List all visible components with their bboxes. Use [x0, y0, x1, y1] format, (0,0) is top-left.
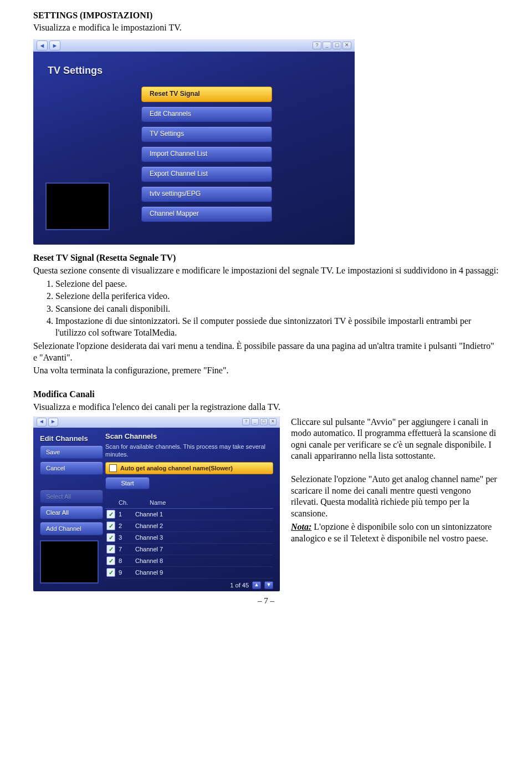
table-row[interactable]: ✓ 3 Channel 3	[105, 532, 273, 544]
scan-heading: Scan Channels	[105, 432, 273, 442]
menu-item-import-channel-list[interactable]: Import Channel List	[141, 146, 272, 162]
maximize-icon[interactable]: ▢	[332, 42, 341, 49]
auto-get-analog-option[interactable]: Auto get analog channel name(Slower)	[105, 462, 273, 474]
reset-p2: Selezionate l'opzione desiderata dai var…	[33, 341, 499, 363]
table-row[interactable]: ✓ 9 Channel 9	[105, 567, 273, 579]
mod-r1: Cliccare sul pulsante "Avvio" per aggiun…	[291, 417, 499, 462]
channel-name: Channel 7	[135, 545, 273, 553]
preview-video-box	[40, 540, 99, 584]
clear-all-button[interactable]: Clear All	[40, 506, 103, 519]
checkbox-icon[interactable]: ✓	[106, 556, 115, 565]
reset-heading: Reset TV Signal (Resetta Segnale TV)	[33, 253, 176, 262]
forward-icon[interactable]: ►	[49, 40, 60, 50]
nav-icons: ◄ ►	[37, 40, 60, 50]
start-button[interactable]: Start	[105, 477, 150, 489]
add-channel-button[interactable]: Add Channel	[40, 522, 103, 535]
close-icon[interactable]: ✕	[342, 42, 351, 49]
checkbox-icon[interactable]: ✓	[106, 568, 115, 577]
channel-list-header: Ch. Name	[105, 497, 273, 509]
pager-down-button[interactable]: ▼	[264, 581, 273, 589]
tv-settings-screenshot: ◄ ► ? _ ▢ ✕ TV Settings Reset TV Signal …	[33, 39, 355, 245]
modifica-right-text: Cliccare sul pulsante "Avvio" per aggiun…	[291, 417, 499, 547]
channel-name: Channel 3	[135, 534, 273, 541]
channel-number: 1	[119, 510, 135, 518]
minimize-icon[interactable]: _	[251, 418, 259, 425]
pager-up-button[interactable]: ▲	[252, 581, 261, 589]
table-row[interactable]: ✓ 7 Channel 7	[105, 544, 273, 555]
channel-number: 3	[119, 534, 135, 541]
channel-name: Channel 2	[135, 522, 273, 530]
checkbox-icon[interactable]	[109, 464, 117, 472]
side-buttons: Save Cancel Select All Clear All Add Cha…	[40, 445, 96, 538]
channel-name: Channel 8	[135, 557, 273, 565]
menu-item-export-channel-list[interactable]: Export Channel List	[141, 166, 272, 182]
page-subtitle: Visualizza e modifica le impostazioni TV…	[33, 22, 499, 33]
maximize-icon[interactable]: ▢	[260, 418, 268, 425]
menu-item-tv-settings[interactable]: TV Settings	[141, 126, 272, 142]
step-2: Selezione della periferica video.	[55, 291, 499, 302]
modifica-heading: Modifica Canali	[33, 389, 95, 399]
help-icon[interactable]: ?	[242, 418, 250, 425]
checkbox-icon[interactable]: ✓	[106, 545, 115, 554]
tv-settings-menu: Reset TV Signal Edit Channels TV Setting…	[141, 87, 263, 226]
menu-item-tvtv-settings-epg[interactable]: tvtv settings/EPG	[141, 186, 272, 202]
reset-p3: Una volta terminata la configurazione, p…	[33, 365, 499, 376]
window-titlebar: ◄ ► ? _ ▢ ✕	[33, 39, 355, 52]
step-3: Scansione dei canali disponibili.	[55, 303, 499, 315]
channel-name: Channel 9	[135, 569, 273, 576]
menu-item-channel-mapper[interactable]: Channel Mapper	[141, 206, 272, 222]
step-4: Impostazione di due sintonizzatori. Se i…	[55, 316, 499, 338]
channel-number: 2	[119, 522, 135, 530]
modifica-sub: Visualizza e modifica l'elenco dei canal…	[33, 402, 499, 413]
select-all-button[interactable]: Select All	[40, 490, 103, 503]
mod-r2a: Selezionate l'opzione "Auto get analog c…	[291, 474, 497, 518]
col-ch: Ch.	[105, 499, 150, 506]
window-buttons: ? _ ▢ ✕	[242, 418, 277, 425]
close-icon[interactable]: ✕	[269, 418, 277, 425]
table-row[interactable]: ✓ 1 Channel 1	[105, 509, 273, 520]
save-button[interactable]: Save	[40, 445, 103, 459]
cancel-button[interactable]: Cancel	[40, 462, 103, 475]
pager-label: 1 of 45	[230, 581, 249, 589]
reset-p1: Questa sezione consente di visualizzare …	[33, 265, 499, 276]
mod-r2b: L'opzione è disponibile solo con un sint…	[291, 522, 492, 542]
menu-item-edit-channels[interactable]: Edit Channels	[141, 106, 272, 122]
window-buttons: ? _ ▢ ✕	[313, 42, 351, 49]
preview-video-box	[45, 182, 110, 230]
col-name: Name	[150, 499, 273, 506]
checkbox-icon[interactable]: ✓	[106, 521, 115, 530]
menu-item-reset-tv-signal[interactable]: Reset TV Signal	[141, 87, 272, 102]
page-number: – 7 –	[33, 596, 499, 606]
steps-list: Selezione del paese. Selezione della per…	[33, 278, 499, 338]
table-row[interactable]: ✓ 8 Channel 8	[105, 555, 273, 567]
window-titlebar: ◄ ► ? _ ▢ ✕	[33, 417, 280, 428]
page-title: SETTINGS (IMPOSTAZIONI)	[33, 10, 499, 21]
channel-name: Channel 1	[135, 510, 273, 518]
minimize-icon[interactable]: _	[323, 42, 331, 49]
edit-channels-screenshot: ◄ ► ? _ ▢ ✕ Edit Channels Save Cancel Se…	[33, 417, 280, 591]
help-icon[interactable]: ?	[313, 42, 321, 49]
table-row[interactable]: ✓ 2 Channel 2	[105, 520, 273, 532]
nav-icons: ◄ ►	[37, 418, 58, 427]
edit-channels-heading: Edit Channels	[40, 434, 88, 444]
channel-number: 7	[119, 545, 135, 553]
tv-settings-heading: TV Settings	[48, 64, 103, 77]
checkbox-icon[interactable]: ✓	[106, 510, 115, 519]
channel-number: 8	[119, 557, 135, 565]
checkbox-icon[interactable]: ✓	[106, 533, 115, 542]
channel-rows: ✓ 1 Channel 1 ✓ 2 Channel 2 ✓ 3 Channel …	[105, 509, 273, 579]
scan-panel: Scan Channels Scan for available channel…	[105, 432, 273, 585]
back-icon[interactable]: ◄	[37, 418, 47, 427]
back-icon[interactable]: ◄	[37, 40, 48, 50]
auto-get-analog-label: Auto get analog channel name(Slower)	[120, 464, 233, 472]
channel-number: 9	[119, 569, 135, 576]
pager: 1 of 45 ▲ ▼	[105, 581, 273, 589]
scan-desc: Scan for available channels. This proces…	[105, 443, 273, 459]
nota-label: Nota:	[291, 522, 311, 531]
step-1: Selezione del paese.	[55, 278, 499, 290]
forward-icon[interactable]: ►	[48, 418, 58, 427]
